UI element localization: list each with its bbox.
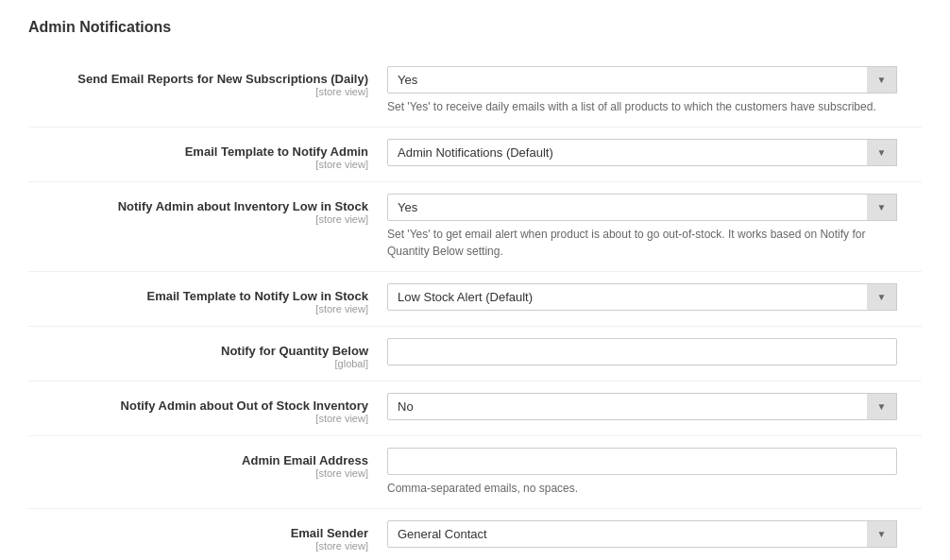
label-cell-email-template-notify-admin: Email Template to Notify Admin[store vie… — [28, 139, 387, 170]
field-label-email-sender: Email Sender — [28, 526, 368, 540]
field-label-notify-out-of-stock: Notify Admin about Out of Stock Inventor… — [28, 399, 368, 413]
field-label-email-template-low-stock: Email Template to Notify Low in Stock — [28, 289, 368, 303]
input-cell-admin-email-address: Comma-separated emails, no spaces. — [387, 448, 922, 497]
label-cell-email-template-low-stock: Email Template to Notify Low in Stock[st… — [28, 283, 387, 314]
field-label-send-email-reports: Send Email Reports for New Subscriptions… — [28, 72, 368, 86]
label-cell-email-sender: Email Sender[store view] — [28, 520, 387, 552]
field-label-notify-admin-low-stock: Notify Admin about Inventory Low in Stoc… — [28, 199, 368, 213]
scope-label-email-sender: [store view] — [28, 540, 368, 552]
input-cell-notify-quantity-below — [387, 338, 922, 365]
select-email-template-notify-admin[interactable]: Admin Notifications (Default) — [387, 139, 897, 166]
scope-label-send-email-reports: [store view] — [28, 86, 368, 97]
input-cell-send-email-reports: YesNoSet 'Yes' to receive daily emails w… — [387, 66, 922, 115]
input-cell-email-template-low-stock: Low Stock Alert (Default) — [387, 283, 922, 311]
scope-label-admin-email-address: [store view] — [28, 467, 368, 479]
text-input-admin-email-address[interactable] — [387, 448, 897, 475]
label-cell-send-email-reports: Send Email Reports for New Subscriptions… — [28, 66, 387, 97]
select-wrapper-notify-out-of-stock: YesNo — [387, 393, 897, 420]
select-email-sender[interactable]: General Contact — [387, 520, 897, 548]
form-row-email-sender: Email Sender[store view]General Contact — [28, 509, 922, 560]
text-input-notify-quantity-below[interactable] — [387, 338, 897, 365]
label-cell-notify-quantity-below: Notify for Quantity Below[global] — [28, 338, 387, 369]
scope-label-notify-quantity-below: [global] — [28, 358, 368, 369]
form-row-notify-admin-low-stock: Notify Admin about Inventory Low in Stoc… — [28, 182, 922, 272]
input-cell-email-template-notify-admin: Admin Notifications (Default) — [387, 139, 922, 166]
form-row-email-template-notify-admin: Email Template to Notify Admin[store vie… — [28, 127, 922, 182]
label-cell-notify-admin-low-stock: Notify Admin about Inventory Low in Stoc… — [28, 194, 387, 225]
select-notify-out-of-stock[interactable]: YesNo — [387, 393, 897, 420]
input-cell-notify-admin-low-stock: YesNoSet 'Yes' to get email alert when p… — [387, 194, 922, 260]
hint-text-send-email-reports: Set 'Yes' to receive daily emails with a… — [387, 98, 897, 115]
scope-label-notify-admin-low-stock: [store view] — [28, 213, 368, 225]
scope-label-notify-out-of-stock: [store view] — [28, 413, 368, 424]
hint-text-notify-admin-low-stock: Set 'Yes' to get email alert when produc… — [387, 226, 897, 260]
field-label-notify-quantity-below: Notify for Quantity Below — [28, 344, 368, 358]
select-wrapper-send-email-reports: YesNo — [387, 66, 897, 93]
label-cell-admin-email-address: Admin Email Address[store view] — [28, 448, 387, 479]
field-label-admin-email-address: Admin Email Address — [28, 453, 368, 467]
form-row-notify-out-of-stock: Notify Admin about Out of Stock Inventor… — [28, 382, 922, 436]
input-cell-email-sender: General Contact — [387, 520, 922, 548]
input-cell-notify-out-of-stock: YesNo — [387, 393, 922, 420]
form-row-notify-quantity-below: Notify for Quantity Below[global] — [28, 327, 922, 382]
label-cell-notify-out-of-stock: Notify Admin about Out of Stock Inventor… — [28, 393, 387, 424]
select-send-email-reports[interactable]: YesNo — [387, 66, 897, 93]
select-notify-admin-low-stock[interactable]: YesNo — [387, 194, 897, 221]
select-wrapper-email-sender: General Contact — [387, 520, 897, 548]
form-row-admin-email-address: Admin Email Address[store view]Comma-sep… — [28, 436, 922, 509]
page-title: Admin Notifications — [28, 19, 922, 36]
select-wrapper-notify-admin-low-stock: YesNo — [387, 194, 897, 221]
hint-text-admin-email-address: Comma-separated emails, no spaces. — [387, 480, 897, 497]
form-row-email-template-low-stock: Email Template to Notify Low in Stock[st… — [28, 272, 922, 327]
select-wrapper-email-template-notify-admin: Admin Notifications (Default) — [387, 139, 897, 166]
admin-notifications-form: Send Email Reports for New Subscriptions… — [28, 55, 922, 560]
scope-label-email-template-notify-admin: [store view] — [28, 159, 368, 170]
field-label-email-template-notify-admin: Email Template to Notify Admin — [28, 144, 368, 159]
scope-label-email-template-low-stock: [store view] — [28, 303, 368, 314]
form-row-send-email-reports: Send Email Reports for New Subscriptions… — [28, 55, 922, 127]
select-email-template-low-stock[interactable]: Low Stock Alert (Default) — [387, 283, 897, 311]
select-wrapper-email-template-low-stock: Low Stock Alert (Default) — [387, 283, 897, 311]
